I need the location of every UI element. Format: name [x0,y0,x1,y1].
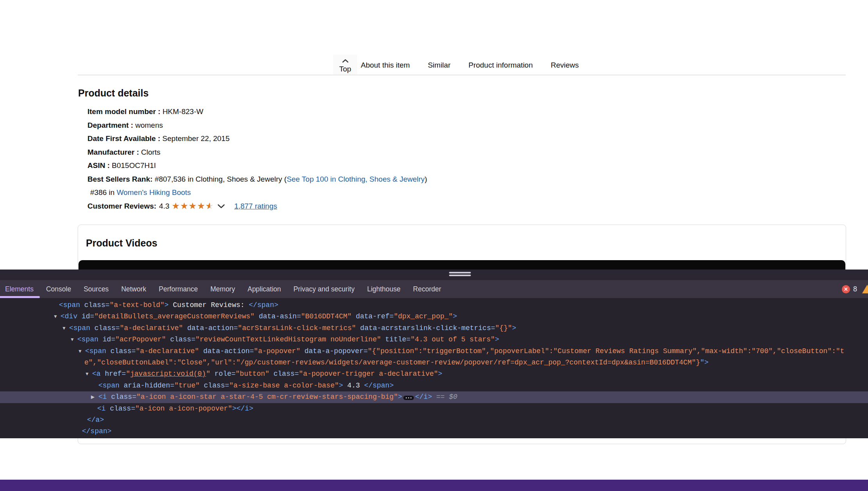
best-sellers-rank-line2: #386 in Women's Hiking Boots [87,186,427,200]
token-val: "button" [235,370,269,378]
detail-value: B015OC7H1I [112,161,156,170]
token-attr: class= [200,382,229,389]
anchor-tab-about-this-item[interactable]: About this item [361,61,410,70]
devtools-tab-console[interactable]: Console [40,280,77,298]
code-line-10[interactable]: <i class="a-icon a-icon-popover"></i> [0,403,868,414]
detail-row-department: Department : womens [87,119,427,132]
token-tag: > [232,405,237,412]
code-line-3[interactable]: ▼<span class="a-declarative" data-action… [0,323,868,334]
code-line-12[interactable]: </span> [0,426,868,437]
rank2-text: #386 in [90,188,117,196]
devtools-tab-sources[interactable]: Sources [77,280,115,298]
token-tag: <span [98,382,119,389]
expand-down-icon[interactable]: ▼ [53,311,58,322]
code-line-5[interactable]: ▼<span class="a-declarative" data-action… [0,346,868,357]
devtools-tab-performance[interactable]: Performance [153,280,204,298]
anchor-tab-reviews[interactable]: Reviews [551,61,579,70]
devtools-tab-memory[interactable]: Memory [204,280,241,298]
reviews-popover-chevron-icon[interactable] [217,204,225,209]
token-val: "reviewCountTextLinkedHistogram noUnderl… [195,336,381,343]
see-top-100-link[interactable]: See Top 100 in Clothing, Shoes & Jewelry [287,175,424,183]
expand-down-icon[interactable]: ▼ [70,334,75,345]
womens-hiking-boots-link[interactable]: Women's Hiking Boots [117,188,191,196]
devtools-tab-privacy-and-security[interactable]: Privacy and security [287,280,361,298]
star-icon: ★ [172,202,180,211]
code-line-2[interactable]: ▼<div id="detailBullets_averageCustomerR… [0,311,868,322]
expand-down-icon[interactable]: ▼ [62,323,66,334]
customer-reviews-row: Customer Reviews: 4.3 ★★★★★ 1,877 rating… [87,200,427,213]
token-val: " [206,370,210,378]
token-tag: <a [92,370,101,378]
detail-value: Clorts [141,148,160,156]
token-attr: role= [210,370,235,378]
code-line-1[interactable]: <span class="a-text-bold"> Customer Revi… [0,300,868,311]
token-attr: aria-hidden= [119,382,174,389]
best-sellers-rank-text: #807,536 in Clothing, Shoes & Jewelry ( [153,175,287,183]
token-attr: title= [381,336,411,343]
token-val: "a-text-bold" [110,301,164,309]
taskbar [0,480,868,491]
warnings-icon[interactable] [861,280,868,298]
token-attr: class= [269,370,299,378]
token-attr: class= [90,324,120,332]
expand-right-icon[interactable]: ▶ [91,391,94,403]
product-details-body: Item model number : HKM-823-WDepartment … [87,105,427,213]
expand-down-icon[interactable]: ▼ [85,368,89,380]
more-options-pill-icon[interactable] [403,396,414,400]
token-attr: class= [80,301,110,309]
token-tag: <i [98,393,107,401]
token-val: "acrStarsLink-click-metrics" [238,324,356,332]
errors-icon[interactable]: ✕ [842,285,850,293]
anchor-tab-similar[interactable]: Similar [428,61,451,70]
token-val: "4.3 out of 5 stars" [410,336,495,343]
token-tag: > [512,324,516,332]
token-link: javascript:void(0) [130,370,206,378]
token-tag: > [398,393,402,401]
detail-value: September 22, 2015 [162,134,230,143]
devtools-tab-elements[interactable]: Elements [0,280,40,298]
code-line-11[interactable]: </a> [0,414,868,426]
token-attr: id= [98,336,115,343]
star-icon: ★ [197,202,206,211]
code-line-8[interactable]: <span aria-hidden="true" class="a-size-b… [0,380,868,391]
token-tag: <i [97,405,106,412]
devtools-tab-application[interactable]: Application [241,280,287,298]
code-line-7[interactable]: ▼<a href="javascript:void(0)" role="butt… [0,368,868,380]
detail-label: Item model number : [87,107,162,116]
anchor-tab-top-label: Top [339,65,351,73]
detail-label: Manufacturer : [87,148,141,156]
devtools-tab-network[interactable]: Network [115,280,152,298]
detail-row-date-first-available: Date First Available : September 22, 201… [87,132,427,146]
token-val: "{"position":"triggerBottom","popoverLab… [368,347,845,355]
code-line-4[interactable]: ▼<span id="acrPopover" class="reviewCoun… [0,334,868,345]
anchor-tab-product-information[interactable]: Product information [469,61,533,70]
token-attr: data-action= [199,347,254,355]
token-tag: > [495,336,499,343]
token-tag: "> [700,359,709,366]
detail-label: Date First Available : [87,134,162,143]
devtools-tab-recorder[interactable]: Recorder [407,280,447,298]
ratings-count-link[interactable]: 1,877 ratings [234,200,277,213]
token-val: "acrPopover" [115,336,166,343]
expand-down-icon[interactable]: ▼ [78,346,82,357]
devtools-tabbar: ElementsConsoleSourcesNetworkPerformance… [0,280,868,298]
code-line-9[interactable]: ▶<i class="a-icon a-icon-star a-star-4-5… [0,391,868,403]
token-val: "B016DDT4CM" [301,312,352,320]
detail-label: ASIN : [87,161,112,170]
token-tag: <div [61,312,77,320]
rating-score: 4.3 [159,200,169,213]
devtools-tab-lighthouse[interactable]: Lighthouse [361,280,407,298]
code-line-6[interactable]: e","closeButtonLabel":"Close","url":"/gp… [0,357,868,368]
token-meta: == $0 [432,393,457,401]
star-icon: ★ [180,202,189,211]
devtools-drag-handle-icon[interactable] [449,272,471,276]
token-tag: <span [69,324,90,332]
token-tag: <span [59,301,80,309]
token-attr: data-acrstarslink-click-metrics= [356,324,495,332]
token-tag: <span [77,336,98,343]
token-tag: </a> [87,416,104,424]
anchor-tab-top[interactable]: Top [333,55,357,75]
detail-row-item-model-number: Item model number : HKM-823-W [87,105,427,119]
star-rating-icons[interactable]: ★★★★★ [172,202,214,211]
token-tag: > [339,382,343,389]
